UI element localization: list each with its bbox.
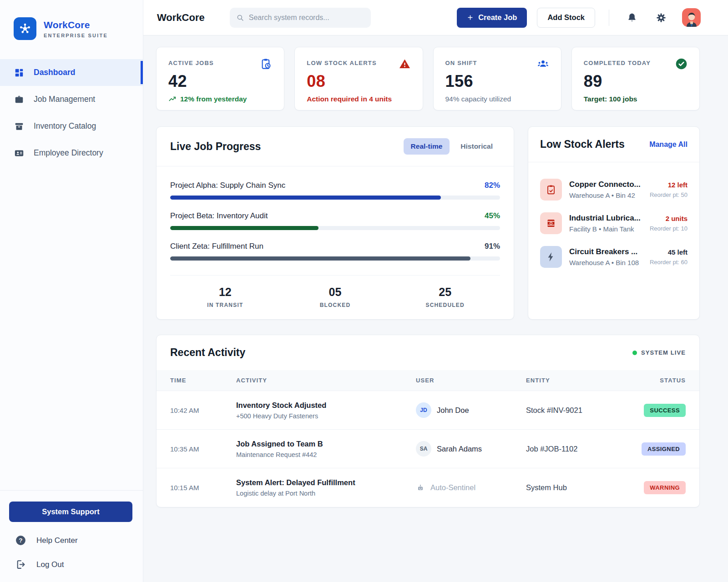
mini-stat-value: 25 [390, 286, 500, 299]
live-dot-icon [632, 351, 637, 355]
activity-time: 10:35 AM [170, 445, 236, 453]
create-job-button[interactable]: Create Job [457, 8, 527, 28]
job-name: Client Zeta: Fulfillment Run [170, 242, 263, 251]
log-out-label: Log Out [36, 560, 64, 569]
oil-barrel-icon [540, 212, 562, 234]
stock-item-name: Copper Connecto... [569, 180, 642, 189]
stock-item-location: Warehouse A • Bin 42 [569, 191, 642, 199]
stock-item-quantity: 45 left [650, 248, 688, 256]
help-center-label: Help Center [36, 536, 78, 545]
stat-card-completed-today: COMPLETED TODAY 89 Target: 100 jobs [571, 47, 700, 110]
low-stock-alerts-panel: Low Stock Alerts Manage All Copper Conne… [528, 126, 700, 320]
tab-real-time[interactable]: Real-time [404, 138, 450, 155]
sidebar-item-label: Employee Directory [34, 148, 103, 158]
check-circle-icon [675, 58, 688, 70]
user-initials-avatar: JD [416, 402, 431, 418]
sidebar-footer: System Support ? Help Center Log Out [0, 490, 143, 582]
stat-subtext: 94% capacity utilized [445, 95, 549, 103]
stock-item-reorder-point: Reorder pt: 50 [650, 191, 688, 198]
search-input[interactable] [249, 14, 364, 22]
id-badge-icon [14, 148, 24, 158]
activity-table-row: 10:35 AM Job Assigned to Team B Maintena… [157, 430, 699, 468]
column-header-time: TIME [170, 377, 236, 384]
activity-time: 10:42 AM [170, 406, 236, 414]
mini-stat-value: 12 [170, 286, 280, 299]
stock-item-name: Circuit Breakers ... [569, 247, 642, 256]
stock-item-reorder-point: Reorder pt: 10 [650, 225, 688, 232]
main-area: WorkCore Create Job Add Stock [143, 0, 728, 582]
user-name: Sarah Adams [437, 445, 482, 453]
live-job-progress-panel: Live Job Progress Real-time Historical P… [156, 126, 514, 320]
stock-item-quantity: 2 units [650, 215, 688, 222]
tab-historical[interactable]: Historical [453, 138, 500, 155]
help-center-link[interactable]: ? Help Center [0, 535, 143, 546]
job-name: Project Alpha: Supply Chain Sync [170, 181, 285, 190]
activity-entity: Job #JOB-1102 [526, 445, 641, 453]
user-avatar[interactable] [682, 8, 701, 27]
status-badge: SUCCESS [644, 404, 686, 417]
activity-detail: +500 Heavy Duty Fasteners [236, 412, 416, 420]
notifications-button[interactable] [623, 9, 641, 27]
progress-bar-track [170, 226, 500, 230]
sidebar-item-label: Dashboard [34, 68, 75, 77]
manage-all-link[interactable]: Manage All [649, 140, 688, 149]
stat-value: 89 [584, 72, 688, 91]
sidebar-item-job-management[interactable]: Job Management [0, 86, 143, 113]
stat-value: 156 [445, 72, 549, 91]
stat-label: LOW STOCK ALERTS [307, 58, 377, 66]
column-header-activity: ACTIVITY [236, 377, 416, 384]
workcore-logo [14, 17, 36, 40]
user-initials-avatar: SA [416, 441, 431, 457]
lightning-bolt-icon [540, 246, 562, 268]
activity-table-row: 10:42 AM Inventory Stock Adjusted +500 H… [157, 391, 699, 430]
panel-title: Live Job Progress [170, 140, 261, 153]
users-group-icon [537, 58, 549, 70]
low-stock-item[interactable]: Industrial Lubrica... Facility B • Main … [540, 212, 688, 234]
activity-user: Auto-Sentinel [416, 483, 526, 492]
system-support-button[interactable]: System Support [9, 502, 132, 522]
column-header-status: STATUS [660, 377, 686, 384]
activity-title: Job Assigned to Team B [236, 440, 416, 448]
progress-bar-fill [170, 226, 318, 230]
avatar-person-icon [684, 10, 699, 27]
job-progress-item: Project Beta: Inventory Audit 45% [170, 211, 500, 230]
activity-title: Inventory Stock Adjusted [236, 401, 416, 410]
stock-item-name: Industrial Lubrica... [569, 214, 642, 223]
status-badge: ASSIGNED [642, 442, 686, 456]
dashboard-content: ACTIVE JOBS 42 12% from yesterday LOW ST… [143, 35, 728, 582]
search-box[interactable] [230, 8, 371, 28]
stat-card-low-stock-alerts: LOW STOCK ALERTS 08 Action required in 4… [294, 47, 423, 110]
mini-stat-label: IN TRANSIT [170, 302, 280, 308]
sidebar-item-inventory-catalog[interactable]: Inventory Catalog [0, 113, 143, 140]
stat-subtext: Target: 100 jobs [584, 95, 688, 103]
log-out-link[interactable]: Log Out [0, 559, 143, 570]
activity-title: System Alert: Delayed Fulfillment [236, 478, 416, 487]
trend-up-icon [168, 95, 177, 103]
sidebar-item-dashboard[interactable]: Dashboard [0, 59, 143, 86]
dashboard-grid-icon [14, 68, 24, 78]
sidebar-item-employee-directory[interactable]: Employee Directory [0, 140, 143, 166]
settings-button[interactable] [652, 9, 670, 27]
add-stock-button[interactable]: Add Stock [537, 8, 595, 28]
job-percent: 45% [485, 211, 500, 221]
activity-entity: Stock #INV-9021 [526, 406, 641, 415]
create-job-label: Create Job [478, 13, 517, 22]
activity-user: JD John Doe [416, 402, 526, 418]
system-live-label: SYSTEM LIVE [641, 349, 686, 356]
activity-user: SA Sarah Adams [416, 441, 526, 457]
job-progress-item: Client Zeta: Fulfillment Run 91% [170, 242, 500, 261]
low-stock-item[interactable]: Circuit Breakers ... Warehouse A • Bin 1… [540, 246, 688, 268]
sidebar-nav: Dashboard Job Management Inventory Catal… [0, 59, 143, 166]
mini-stat-in-transit: 12 IN TRANSIT [170, 286, 280, 308]
brand-name: WorkCore [44, 20, 108, 30]
column-header-user: USER [416, 377, 526, 384]
progress-bar-fill [170, 256, 470, 261]
stock-item-quantity: 12 left [650, 181, 688, 189]
sidebar: WorkCore ENTERPRISE SUITE Dashboard Job … [0, 0, 143, 582]
low-stock-item[interactable]: Copper Connecto... Warehouse A • Bin 42 … [540, 179, 688, 201]
recent-activity-panel: Recent Activity SYSTEM LIVE TIME ACTIVIT… [156, 335, 700, 507]
activity-table-header: TIME ACTIVITY USER ENTITY STATUS [157, 370, 699, 391]
job-name: Project Beta: Inventory Audit [170, 211, 268, 221]
sidebar-item-label: Job Management [34, 95, 95, 104]
progress-bar-track [170, 256, 500, 261]
